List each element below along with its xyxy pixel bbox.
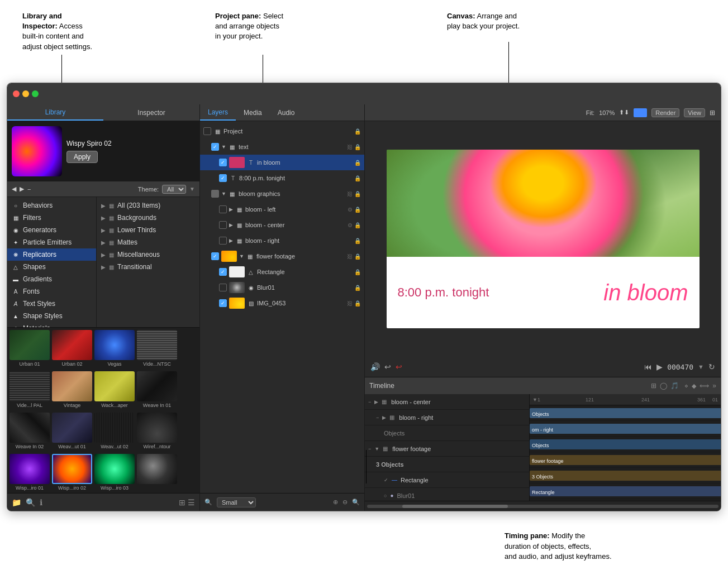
lib-item-filters[interactable]: ▦ Filters <box>7 212 96 224</box>
lib-item-generators[interactable]: ◉ Generators <box>7 224 96 236</box>
thumb-urban02[interactable]: Urban 02 <box>52 330 92 367</box>
layer-check-bloomr[interactable] <box>219 237 227 245</box>
lock-icon-inbloom[interactable]: 🔒 <box>354 160 361 166</box>
tab-layers[interactable]: Layers <box>200 104 236 121</box>
minimize-btn[interactable] <box>22 90 29 97</box>
layers-zoom-out-btn[interactable]: ⊖ <box>342 499 348 506</box>
thumb-wack[interactable]: Wack...aper <box>94 371 135 408</box>
layer-check-rect[interactable]: ✓ <box>219 268 227 276</box>
tl-bar-objects-fill[interactable]: Objects <box>530 439 721 449</box>
layer-blur01[interactable]: ◉ Blur01 🔒 <box>200 280 364 295</box>
thumb-weavein02[interactable]: Weave In 02 <box>9 413 50 449</box>
tab-audio[interactable]: Audio <box>270 104 303 121</box>
thumb-videopal[interactable]: Vide...l PAL <box>9 371 50 408</box>
tl-name-flower[interactable]: − ▼ ▦ flower footage <box>365 441 529 457</box>
lib-item-materials[interactable]: ◉ Materials <box>7 322 96 327</box>
expand-bloomg[interactable]: ▼ <box>221 191 226 197</box>
lib-item-gradients[interactable]: ▬ Gradients <box>7 273 96 285</box>
tl-more-btn[interactable]: » <box>712 382 716 390</box>
lib-all-items[interactable]: ▶ ▦ All (203 Items) <box>97 199 199 212</box>
lib-item-shape-styles[interactable]: ▲ Shape Styles <box>7 310 96 322</box>
expand-text[interactable]: ▼ <box>221 144 226 150</box>
tl-check-rect[interactable]: ✓ <box>384 477 388 483</box>
layer-text-group[interactable]: ✓ ▼ ▦ text ⛓ 🔒 <box>200 139 364 155</box>
tl-check-blur[interactable]: ○ <box>384 493 387 499</box>
tl-audio-btn[interactable]: 🎵 <box>670 382 679 390</box>
layer-bloom-graphics[interactable]: ▼ ▦ bloom graphics ⛓ 🔒 <box>200 186 364 202</box>
undo-btn[interactable]: ↩ <box>384 362 391 371</box>
thumb-ball[interactable] <box>137 454 177 491</box>
lib-lower-thirds[interactable]: ▶ ▦ Lower Thirds <box>97 224 199 236</box>
thumb-vegas[interactable]: Vegas <box>94 330 135 367</box>
layer-8pm[interactable]: ✓ T 8:00 p.m. tonight 🔒 <box>200 170 364 186</box>
lock-icon-blur[interactable]: 🔒 <box>354 285 361 291</box>
expand-flower[interactable]: ▼ <box>239 253 244 259</box>
layer-rectangle[interactable]: ✓ △ Rectangle 🔒 <box>200 264 364 280</box>
maximize-btn[interactable] <box>32 90 39 97</box>
tl-bar-bloomright-fill[interactable]: om - right <box>530 424 721 434</box>
view-btn[interactable]: View <box>684 108 705 117</box>
lock-icon-blooml[interactable]: 🔒 <box>354 207 361 213</box>
nav-minus-btn[interactable]: − <box>27 186 31 193</box>
lib-mattes[interactable]: ▶ ▦ Mattes <box>97 236 199 248</box>
layer-bloom-center[interactable]: ▶ ▦ bloom - center ⚙ 🔒 <box>200 217 364 233</box>
lock-icon-bloomg[interactable]: 🔒 <box>354 191 361 197</box>
thumb-weavut01[interactable]: Weav...ut 01 <box>52 413 92 449</box>
lib-item-fonts[interactable]: A Fonts <box>7 285 96 298</box>
skip-back-btn[interactable]: ⏮ <box>644 362 652 371</box>
fps-btn[interactable]: ▼ <box>698 363 704 370</box>
lib-item-behaviors[interactable]: ○ Behaviors <box>7 199 96 212</box>
lib-miscellaneous[interactable]: ▶ ▦ Miscellaneous <box>97 248 199 261</box>
layer-check-blur[interactable] <box>219 284 227 291</box>
tl-check-bloomr[interactable]: ▶ <box>382 415 386 420</box>
lock-icon-bloomc[interactable]: 🔒 <box>354 222 361 228</box>
tl-expand-btn[interactable]: ⟺ <box>700 382 709 390</box>
layer-check-8pm[interactable]: ✓ <box>219 174 227 182</box>
thumb-wiref[interactable]: Wiref...ntour <box>137 413 177 449</box>
layer-bloom-left[interactable]: ▶ ▦ bloom - left ⚙ 🔒 <box>200 202 364 217</box>
lock-icon-project[interactable]: 🔒 <box>354 128 361 135</box>
nav-back-btn[interactable]: ◀ <box>12 185 16 193</box>
thumb-urban01[interactable]: Urban 01 <box>9 330 50 367</box>
lock-icon-img[interactable]: 🔒 <box>354 300 361 306</box>
layer-check-blooml[interactable] <box>219 205 227 213</box>
tl-scrollbar-track[interactable] <box>367 505 719 508</box>
apply-button[interactable]: Apply <box>66 151 98 163</box>
layers-search2-btn[interactable]: 🔍 <box>352 499 360 506</box>
tl-bar-rectangle-fill[interactable]: Rectangle <box>530 486 721 496</box>
layer-check-inbloom[interactable]: ✓ <box>219 159 227 166</box>
expand-tl-bloomr[interactable]: − <box>376 415 379 420</box>
layer-bloom-right[interactable]: ▶ ▦ bloom - right 🔒 <box>200 233 364 248</box>
expand-tl-bloomc[interactable]: − <box>368 399 371 405</box>
tl-name-bloomright[interactable]: − ▶ ▦ bloom - right <box>365 410 529 425</box>
tl-bar-flower-fill[interactable]: flower footage <box>530 455 721 465</box>
fit-stepper[interactable]: ⬆⬇ <box>619 109 629 116</box>
tab-media[interactable]: Media <box>236 104 270 121</box>
thumb-videontsc[interactable]: Vide...NTSC <box>137 330 177 367</box>
tl-bar-bloomcenter-fill[interactable]: Objects <box>530 408 721 418</box>
layer-project[interactable]: ▦ Project 🔒 <box>200 123 364 139</box>
expand-bloomc[interactable]: ▶ <box>229 222 233 228</box>
lock-icon-flower[interactable]: 🔒 <box>354 253 361 260</box>
speaker-icon[interactable]: 🔊 <box>370 362 380 371</box>
layers-size-select[interactable]: Small Medium Large <box>217 497 256 507</box>
layer-check-flower[interactable]: ✓ <box>211 252 219 260</box>
tl-add-btn[interactable]: ⋄ <box>684 382 688 390</box>
gear-icon-bloomc[interactable]: ⚙ <box>348 222 353 228</box>
gear-icon-blooml[interactable]: ⚙ <box>348 207 353 213</box>
tl-check-bloomc[interactable]: ▶ <box>374 399 378 405</box>
grid-icon[interactable]: ⊞ <box>710 109 715 117</box>
tab-inspector[interactable]: Inspector <box>103 104 199 121</box>
play-btn[interactable]: ▶ <box>656 362 663 371</box>
layer-img0453[interactable]: ✓ ▨ IMG_0453 ⛓ 🔒 <box>200 295 364 311</box>
thumb-wispiro02[interactable]: Wisp...iro 02 <box>52 454 92 491</box>
close-btn[interactable] <box>13 90 20 97</box>
tl-keyframe-btn[interactable]: ◆ <box>692 382 696 390</box>
lib-backgrounds[interactable]: ▶ ▦ Backgrounds <box>97 212 199 224</box>
theme-select[interactable]: All <box>162 185 186 194</box>
tl-bar-3objects-fill[interactable]: 3 Objects <box>530 471 721 481</box>
layer-in-bloom[interactable]: ✓ T in bloom 🔒 <box>200 155 364 170</box>
lock-icon-bloomr[interactable]: 🔒 <box>354 238 361 244</box>
lib-item-particle-emitters[interactable]: ✦ Particle Emitters <box>7 236 96 248</box>
thumb-vintage[interactable]: Vintage <box>52 371 92 408</box>
